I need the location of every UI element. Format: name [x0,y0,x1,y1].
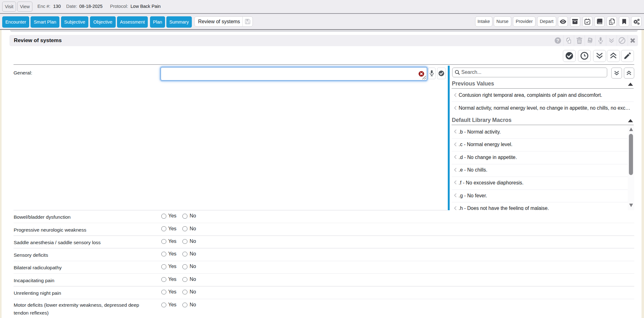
svg-text:?: ? [557,38,559,43]
